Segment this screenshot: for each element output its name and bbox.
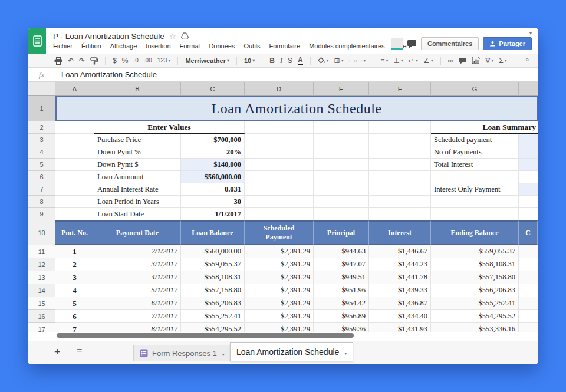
document-title[interactable]: P - Loan Amortization Schedule [53, 32, 164, 41]
menu-affichage[interactable]: Affichage [110, 42, 137, 50]
cell-a12[interactable]: 2 [55, 258, 94, 271]
cell-g5-summary-label[interactable]: Total Interest [431, 159, 519, 171]
cell-a17[interactable]: 7 [55, 323, 94, 332]
increase-decimals-icon[interactable]: .00 [144, 58, 152, 64]
cell-d2[interactable] [245, 121, 314, 134]
cell-f14[interactable]: $1,439.33 [369, 284, 431, 297]
row-header-13[interactable]: 13 [28, 271, 55, 284]
row-header-14[interactable]: 14 [28, 284, 55, 297]
cell-e17[interactable]: $959.36 [314, 323, 369, 332]
decrease-decimals-icon[interactable]: .0 [133, 58, 138, 64]
cell-e11[interactable]: $944.63 [314, 245, 369, 258]
cell-d5[interactable] [245, 159, 314, 171]
tab-caret-icon[interactable] [221, 349, 225, 358]
cell-f5[interactable] [369, 159, 431, 171]
cell-a15[interactable]: 5 [55, 297, 94, 310]
italic-icon[interactable]: I [280, 57, 282, 64]
cell-b6-label[interactable]: Loan Ammount [94, 171, 181, 183]
header-principal[interactable]: Principal [314, 220, 369, 245]
cell-b13[interactable]: 4/1/2017 [94, 271, 181, 284]
number-format-menu[interactable]: 123 [157, 58, 171, 64]
cell-d11[interactable]: $2,391.29 [245, 245, 314, 258]
menu-modules[interactable]: Modules complémentaires [309, 42, 384, 50]
row-header-4[interactable]: 4 [28, 146, 55, 159]
row-header-17[interactable]: 17 [28, 323, 55, 332]
user-avatar[interactable] [391, 38, 403, 50]
cell-d14[interactable]: $2,391.29 [245, 284, 314, 297]
cell-e16[interactable]: $956.89 [314, 310, 369, 323]
cell-h9[interactable] [519, 208, 538, 220]
cell-d16[interactable]: $2,391.29 [245, 310, 314, 323]
column-header-c[interactable]: C [181, 82, 245, 96]
menu-edition[interactable]: Édition [81, 42, 101, 50]
row-header-11[interactable]: 11 [28, 245, 55, 258]
cell-d4[interactable] [245, 146, 314, 159]
cell-f12[interactable]: $1,444.23 [369, 258, 431, 271]
cell-d8[interactable] [245, 196, 314, 208]
cell-g17[interactable]: $553,336.16 [431, 323, 519, 332]
format-percent-icon[interactable]: % [122, 57, 129, 64]
row-header-9[interactable]: 9 [28, 208, 55, 220]
font-size-select[interactable]: 10 [244, 58, 255, 64]
cell-e9[interactable] [314, 208, 369, 220]
share-button[interactable]: Partager [483, 37, 532, 50]
loan-summary-header-cell[interactable]: Loan Summary [431, 121, 538, 134]
insert-chart-icon[interactable] [472, 57, 480, 64]
cell-a3[interactable] [55, 134, 94, 146]
column-header-e[interactable]: E [314, 82, 369, 96]
add-sheet-icon[interactable]: + [54, 346, 61, 358]
cell-a4[interactable] [55, 146, 94, 159]
borders-icon[interactable]: ⊞ [334, 57, 344, 64]
cell-g13[interactable]: $557,158.80 [431, 271, 519, 284]
collapse-toolbar-icon[interactable]: « [524, 58, 531, 61]
row-header-10[interactable]: 10 [28, 220, 55, 245]
insert-comment-icon[interactable] [458, 57, 466, 64]
cell-c11[interactable]: $560,000.00 [181, 245, 245, 258]
cell-f11[interactable]: $1,446.67 [369, 245, 431, 258]
cell-h14[interactable] [519, 284, 538, 297]
header-ending-balance[interactable]: Ending Balance [431, 220, 519, 245]
undo-icon[interactable]: ↶ [68, 57, 74, 64]
title-banner-cell[interactable]: Loan Amortization Schedule [55, 96, 538, 121]
cell-a6[interactable] [55, 171, 94, 183]
cell-e6[interactable] [314, 171, 369, 183]
cell-g6[interactable] [431, 171, 519, 183]
insert-link-icon[interactable]: ∞ [448, 57, 453, 64]
cell-h4[interactable] [519, 146, 538, 159]
row-header-6[interactable]: 6 [28, 171, 55, 183]
vertical-align-icon[interactable]: ⊥ [393, 57, 403, 64]
cell-f6[interactable] [369, 171, 431, 183]
cell-d12[interactable]: $2,391.29 [245, 258, 314, 271]
cell-f2[interactable] [369, 121, 431, 134]
cell-a5[interactable] [55, 159, 94, 171]
row-header-7[interactable]: 7 [28, 183, 55, 196]
cell-h5[interactable] [519, 159, 538, 171]
format-currency-icon[interactable]: $ [113, 57, 117, 64]
cell-g3-summary-label[interactable]: Scheduled payment [431, 134, 519, 146]
cell-f17[interactable]: $1,431.93 [369, 323, 431, 332]
cell-a13[interactable]: 3 [55, 271, 94, 284]
cell-c15[interactable]: $556,206.83 [181, 297, 245, 310]
cell-g9[interactable] [431, 208, 519, 220]
cell-a16[interactable]: 6 [55, 310, 94, 323]
cell-b5-label[interactable]: Down Pymt $ [94, 159, 181, 171]
cell-d6[interactable] [245, 171, 314, 183]
column-header-d[interactable]: D [245, 82, 314, 96]
column-header-h-partial[interactable] [519, 82, 538, 96]
menu-insertion[interactable]: Insertion [146, 42, 170, 50]
star-icon[interactable]: ☆ [169, 32, 176, 41]
cell-f9[interactable] [369, 208, 431, 220]
sheet-tab-form-responses[interactable]: Form Responses 1 [133, 345, 231, 361]
text-wrap-icon[interactable]: ↵ [409, 57, 418, 64]
cell-b9-label[interactable]: Loan Start Date [94, 208, 181, 220]
paint-format-icon[interactable] [90, 57, 98, 65]
cell-c14[interactable]: $557,158.80 [181, 284, 245, 297]
column-header-b[interactable]: B [94, 82, 181, 96]
text-rotate-icon[interactable]: ∠ [423, 57, 433, 64]
cell-c17[interactable]: $554,295.52 [181, 323, 245, 332]
menu-formulaire[interactable]: Formulaire [269, 42, 301, 50]
horizontal-align-icon[interactable]: ≡ [380, 57, 388, 64]
cell-a11[interactable]: 1 [55, 245, 94, 258]
menu-donnees[interactable]: Données [209, 42, 235, 50]
tab-caret-icon[interactable] [343, 347, 347, 357]
